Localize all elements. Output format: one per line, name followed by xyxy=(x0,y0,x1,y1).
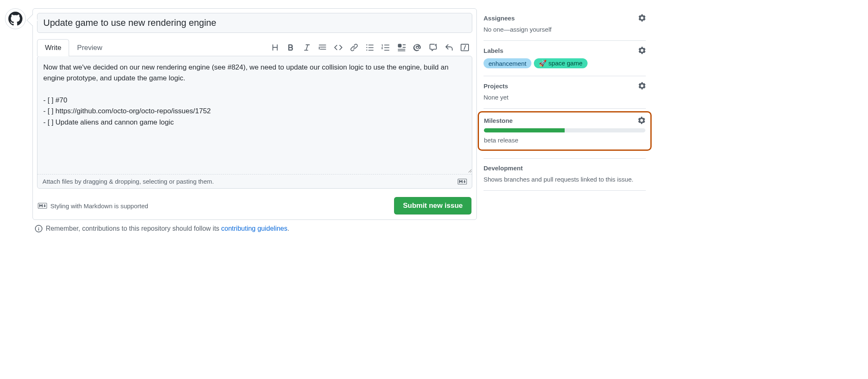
markdown-icon xyxy=(38,203,47,209)
assignees-none: No one— xyxy=(484,26,510,33)
octocat-icon xyxy=(8,12,22,26)
gear-icon[interactable] xyxy=(638,14,646,22)
label-chip[interactable]: 🚀 space game xyxy=(534,58,588,68)
submit-new-issue-button[interactable]: Submit new issue xyxy=(394,197,471,214)
ordered-list-icon[interactable] xyxy=(382,43,390,52)
markdown-hint[interactable]: Styling with Markdown is supported xyxy=(50,202,148,209)
heading-icon[interactable] xyxy=(271,43,279,52)
avatar[interactable] xyxy=(5,8,26,29)
gear-icon[interactable] xyxy=(638,82,646,90)
assignees-section: Assignees No one—assign yourself xyxy=(484,8,646,41)
issue-body-textarea[interactable]: Now that we've decided on our new render… xyxy=(37,56,472,173)
italic-icon[interactable] xyxy=(303,43,311,52)
milestone-section: Milestone beta release xyxy=(484,109,646,159)
label-chip[interactable]: enhancement xyxy=(484,58,531,68)
mention-icon[interactable] xyxy=(413,43,422,52)
markdown-toolbar xyxy=(271,43,472,52)
bold-icon[interactable] xyxy=(287,43,295,52)
tab-preview[interactable]: Preview xyxy=(69,39,110,56)
contributing-guidelines-link[interactable]: contributing guidelines xyxy=(221,225,288,232)
development-section: Development Shows branches and pull requ… xyxy=(484,159,646,191)
unordered-list-icon[interactable] xyxy=(366,43,374,52)
projects-none: None yet xyxy=(484,94,646,101)
quote-icon[interactable] xyxy=(318,43,327,52)
gear-icon[interactable] xyxy=(638,47,646,54)
labels-title: Labels xyxy=(484,47,503,54)
markdown-icon[interactable] xyxy=(458,179,467,185)
tab-write[interactable]: Write xyxy=(37,39,69,56)
info-icon xyxy=(35,225,42,232)
gear-icon[interactable] xyxy=(638,117,645,124)
labels-section: Labels enhancement🚀 space game xyxy=(484,41,646,76)
reply-icon[interactable] xyxy=(445,43,453,52)
milestone-name[interactable]: beta release xyxy=(484,137,645,144)
code-icon[interactable] xyxy=(334,43,342,52)
slash-commands-icon[interactable] xyxy=(461,43,469,52)
task-list-icon[interactable] xyxy=(397,43,406,52)
guidelines-text: Remember, contributions to this reposito… xyxy=(46,225,289,232)
projects-section: Projects None yet xyxy=(484,76,646,109)
milestone-title: Milestone xyxy=(484,117,513,124)
development-desc: Shows branches and pull requests linked … xyxy=(484,176,646,183)
milestone-progress xyxy=(484,128,645,132)
issue-form: Write Preview xyxy=(32,8,477,220)
development-title: Development xyxy=(484,165,523,172)
cross-reference-icon[interactable] xyxy=(429,43,437,52)
issue-title-input[interactable] xyxy=(37,13,472,33)
assignees-title: Assignees xyxy=(484,15,515,22)
link-icon[interactable] xyxy=(350,43,358,52)
assign-yourself-link[interactable]: assign yourself xyxy=(510,26,551,33)
attach-hint[interactable]: Attach files by dragging & dropping, sel… xyxy=(42,178,214,185)
projects-title: Projects xyxy=(484,82,508,90)
